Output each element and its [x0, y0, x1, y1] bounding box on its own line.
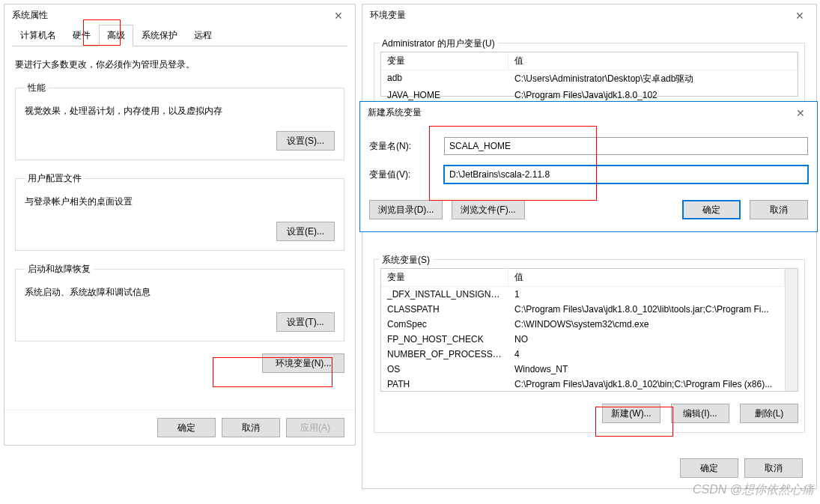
scrollbar[interactable]	[785, 269, 798, 391]
performance-fieldset: 性能 视觉效果，处理器计划，内存使用，以及虚拟内存 设置(S)...	[15, 82, 344, 160]
tab-hardware[interactable]: 硬件	[64, 25, 99, 46]
user-profile-fieldset: 用户配置文件 与登录帐户相关的桌面设置 设置(E)...	[15, 172, 344, 251]
sys-props-ok-button[interactable]: 确定	[157, 418, 216, 437]
tab-advanced[interactable]: 高级	[99, 25, 133, 46]
tab-system-protection[interactable]: 系统保护	[133, 25, 186, 46]
table-row[interactable]: NUMBER_OF_PROCESSORS4	[381, 347, 785, 362]
new-var-buttons: 浏览目录(D)... 浏览文件(F)... 确定 取消	[360, 194, 817, 228]
new-system-variable-dialog: 新建系统变量 ✕ 变量名(N): 变量值(V): 浏览目录(D)... 浏览文件…	[359, 101, 818, 232]
sys-vars-label: 系统变量(S)	[379, 254, 433, 267]
user-vars-group: Administrator 的用户变量(U) 变量 值 adbC:\Users\…	[374, 43, 805, 102]
user-profile-settings-button[interactable]: 设置(E)...	[276, 222, 335, 241]
admin-instruction: 要进行大多数更改，你必须作为管理员登录。	[15, 58, 344, 71]
browse-directory-button[interactable]: 浏览目录(D)...	[369, 200, 443, 219]
env-title: 环境变量	[370, 9, 406, 22]
header-variable: 变量	[381, 52, 508, 70]
user-vars-label: Administrator 的用户变量(U)	[379, 37, 498, 50]
startup-recovery-settings-button[interactable]: 设置(T)...	[276, 312, 335, 332]
close-icon[interactable]: ✕	[792, 107, 810, 119]
sys-vars-body: _DFX_INSTALL_UNSIGNED...1 CLASSPATHC:\Pr…	[381, 287, 785, 391]
sys-vars-group: 系统变量(S) 变量 值 _DFX_INSTALL_UNSIGNED...1 C…	[374, 259, 805, 433]
environment-variables-button[interactable]: 环境变量(N)...	[262, 353, 344, 373]
table-row[interactable]: adbC:\Users\Administrator\Desktop\安卓adb驱…	[381, 70, 798, 88]
user-profile-legend: 用户配置文件	[25, 172, 85, 185]
tab-remote[interactable]: 远程	[186, 25, 220, 46]
table-row[interactable]: _DFX_INSTALL_UNSIGNED...1	[381, 287, 785, 302]
sys-props-apply-button: 应用(A)	[286, 418, 344, 437]
env-title-bar: 环境变量 ✕	[362, 4, 816, 25]
user-vars-body: adbC:\Users\Administrator\Desktop\安卓adb驱…	[381, 70, 798, 103]
environment-variables-dialog: 环境变量 ✕ Administrator 的用户变量(U) 变量 值 adbC:…	[362, 4, 817, 489]
new-var-cancel-button[interactable]: 取消	[750, 200, 808, 219]
startup-recovery-fieldset: 启动和故障恢复 系统启动、系统故障和调试信息 设置(T)...	[15, 263, 344, 341]
var-value-label: 变量值(V):	[369, 168, 444, 181]
sys-props-title-bar: 系统属性 ✕	[4, 4, 355, 25]
sys-props-tabs: 计算机名 硬件 高级 系统保护 远程	[12, 25, 347, 46]
header-value: 值	[508, 269, 785, 286]
tab-computer-name[interactable]: 计算机名	[12, 25, 64, 46]
sys-delete-button[interactable]: 删除(L)	[740, 404, 798, 423]
system-properties-dialog: 系统属性 ✕ 计算机名 硬件 高级 系统保护 远程 要进行大多数更改，你必须作为…	[4, 4, 356, 446]
user-profile-desc: 与登录帐户相关的桌面设置	[25, 195, 335, 208]
startup-recovery-desc: 系统启动、系统故障和调试信息	[25, 286, 335, 299]
sys-props-cancel-button[interactable]: 取消	[222, 418, 280, 437]
performance-settings-button[interactable]: 设置(S)...	[276, 131, 335, 151]
table-row[interactable]: OSWindows_NT	[381, 362, 785, 377]
table-row[interactable]: CLASSPATHC:\Program Files\Java\jdk1.8.0_…	[381, 302, 785, 317]
close-icon[interactable]: ✕	[791, 10, 809, 22]
new-var-title: 新建系统变量	[368, 106, 422, 119]
env-buttons: 确定 取消	[669, 451, 813, 485]
user-vars-table[interactable]: 变量 值 adbC:\Users\Administrator\Desktop\安…	[380, 52, 798, 97]
table-row[interactable]: ComSpecC:\WINDOWS\system32\cmd.exe	[381, 317, 785, 332]
new-var-title-bar: 新建系统变量 ✕	[360, 102, 817, 122]
new-var-ok-button[interactable]: 确定	[682, 200, 741, 219]
var-name-label: 变量名(N):	[369, 140, 444, 153]
performance-legend: 性能	[25, 82, 49, 94]
table-row[interactable]: FP_NO_HOST_CHECKNO	[381, 332, 785, 347]
sys-props-content: 要进行大多数更改，你必须作为管理员登录。 性能 视觉效果，处理器计划，内存使用，…	[4, 46, 355, 382]
var-value-input[interactable]	[444, 166, 808, 183]
header-variable: 变量	[381, 269, 508, 286]
sys-props-title: 系统属性	[12, 9, 48, 22]
sys-edit-button[interactable]: 编辑(I)...	[671, 404, 729, 423]
browse-file-button[interactable]: 浏览文件(F)...	[452, 200, 525, 219]
user-vars-header: 变量 值	[381, 52, 798, 70]
sys-props-buttons: 确定 取消 应用(A)	[4, 410, 355, 445]
env-cancel-button[interactable]: 取消	[744, 458, 803, 478]
var-name-input[interactable]	[444, 137, 808, 155]
header-value: 值	[508, 52, 798, 70]
sys-new-button[interactable]: 新建(W)...	[602, 404, 660, 423]
var-name-row: 变量名(N):	[369, 137, 808, 155]
env-ok-button[interactable]: 确定	[680, 458, 738, 478]
close-icon[interactable]: ✕	[329, 10, 347, 22]
var-value-row: 变量值(V):	[369, 166, 808, 183]
table-row[interactable]: PATHC:\Program Files\Java\jdk1.8.0_102\b…	[381, 377, 785, 391]
table-row[interactable]: JAVA_HOMEC:\Program Files\Java\jdk1.8.0_…	[381, 88, 798, 103]
performance-desc: 视觉效果，处理器计划，内存使用，以及虚拟内存	[25, 105, 335, 118]
sys-vars-table[interactable]: 变量 值 _DFX_INSTALL_UNSIGNED...1 CLASSPATH…	[380, 268, 798, 392]
watermark: CSDN @想你依然心痛	[693, 482, 814, 498]
startup-recovery-legend: 启动和故障恢复	[25, 263, 94, 276]
sys-vars-header: 变量 值	[381, 269, 785, 287]
